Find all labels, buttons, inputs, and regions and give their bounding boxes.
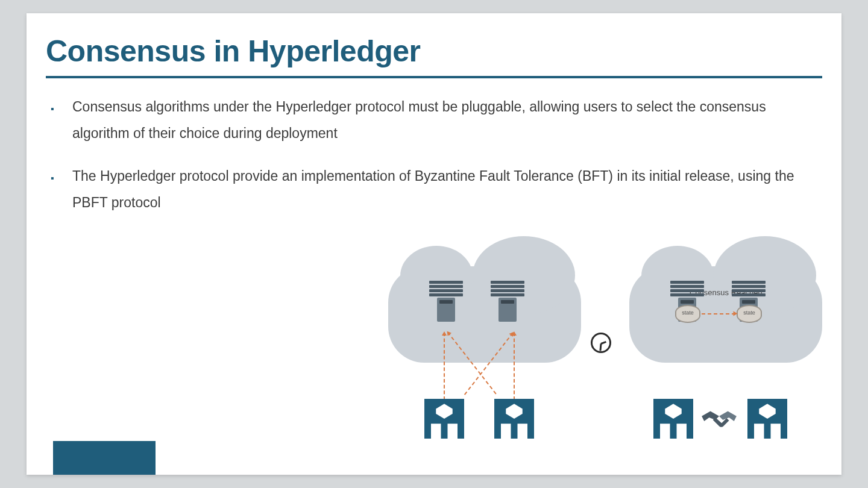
bullet-item: ▪ The Hyperledger protocol provide an im… [51,163,822,216]
cloud-left-icon [388,266,581,363]
participant-icon [424,399,464,439]
slide: Consensus in Hyperledger ▪ Consensus alg… [27,13,841,475]
participant-icon [653,399,693,439]
participant-icon [747,399,787,439]
handshake-icon [699,405,739,435]
state-database-icon [737,305,762,323]
clock-icon [591,333,611,353]
state-database-icon [675,305,700,323]
bullet-marker-icon: ▪ [51,163,72,187]
state-sync-arrow-icon [702,313,735,314]
bullet-text: The Hyperledger protocol provide an impl… [72,163,822,216]
consensus-diagram: Consensus Reached [388,242,822,459]
bullet-text: Consensus algorithms under the Hyperledg… [72,94,822,146]
bullet-marker-icon: ▪ [51,94,72,118]
participant-icon [494,399,534,439]
slide-title: Consensus in Hyperledger [46,34,421,69]
server-icon [429,281,463,322]
transaction-arrow-icon [514,333,515,400]
server-icon [491,281,524,322]
cloud-right-icon [629,266,822,363]
footer-accent-block [53,441,156,475]
bullet-item: ▪ Consensus algorithms under the Hyperle… [51,94,822,146]
title-underline [46,76,822,78]
bullet-list: ▪ Consensus algorithms under the Hyperle… [51,94,822,233]
transaction-arrow-icon [444,333,445,400]
